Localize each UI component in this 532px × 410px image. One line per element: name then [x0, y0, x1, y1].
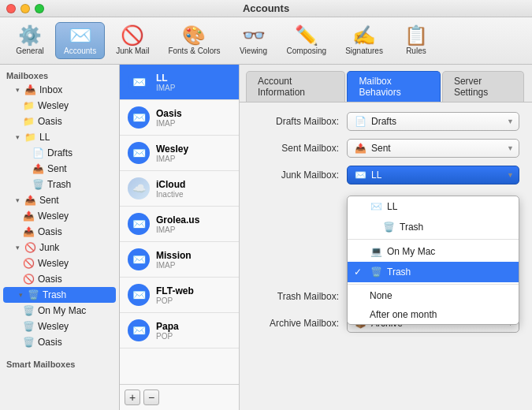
disclosure-inbox: ▾: [13, 85, 22, 95]
acct-subtitle-icloud: Inactive: [156, 190, 185, 199]
dropdown-trash-icon: 🗑️: [370, 266, 382, 278]
sidebar-item-trash-onmymac[interactable]: 🗑️ On My Mac: [0, 303, 119, 319]
sidebar-label-sent-oasis: Oasis: [38, 226, 62, 237]
remove-account-button[interactable]: −: [143, 390, 159, 405]
disclosure-sent: ▾: [13, 196, 22, 205]
acct-title-grolea: Grolea.us: [156, 214, 199, 226]
sent-label: Sent Mailbox:: [252, 143, 347, 154]
toolbar-composing[interactable]: ✏️ Composing: [279, 23, 335, 58]
acct-subtitle-grolea: IMAP: [156, 226, 199, 234]
acct-subtitle-mission: IMAP: [156, 261, 192, 270]
toolbar-rules[interactable]: 📋 Rules: [394, 23, 438, 58]
acct-title-oasis: Oasis: [156, 108, 182, 119]
composing-icon: ✏️: [295, 26, 318, 45]
sent-w-icon: 📤: [22, 210, 35, 222]
sidebar-item-trash[interactable]: ▾ 🗑️ Trash: [3, 287, 116, 303]
junk-o-icon: 🚫: [22, 273, 35, 285]
junk-select[interactable]: ✉️ LL: [347, 166, 519, 184]
sidebar-label-ll: LL: [39, 132, 50, 143]
sidebar-item-sent-oasis[interactable]: 📤 Oasis: [0, 224, 119, 240]
drafts-select[interactable]: 📄 Drafts: [347, 112, 519, 131]
toolbar-general[interactable]: ⚙️ General: [8, 23, 52, 58]
add-account-button[interactable]: +: [125, 390, 140, 405]
dropdown-divider-1: [348, 239, 519, 240]
archive-label: Archive Mailbox:: [252, 318, 347, 329]
drafts-label: Drafts Mailbox:: [252, 116, 347, 127]
acct-icon-flt: ✉️: [128, 284, 150, 306]
dropdown-item-onmymac[interactable]: 💻 On My Mac: [348, 241, 519, 262]
account-item-wesley[interactable]: ✉️ Wesley IMAP: [120, 136, 239, 171]
dropdown-mac-icon: 💻: [370, 245, 382, 258]
sidebar-label-junk-oasis: Oasis: [38, 274, 62, 285]
sidebar-item-inbox[interactable]: ▾ 📥 Inbox: [0, 82, 119, 98]
account-item-icloud[interactable]: ☁️ iCloud Inactive: [120, 171, 239, 207]
toolbar-viewing[interactable]: 👓 Viewing: [232, 23, 276, 58]
sidebar-label-inbox-oasis: Oasis: [38, 116, 62, 127]
tab-mailbox-behaviors[interactable]: Mailbox Behaviors: [347, 71, 441, 102]
sidebar-label-trash-ll: Trash: [47, 179, 71, 190]
maximize-button[interactable]: [35, 4, 44, 13]
main-area: Mailboxes ▾ 📥 Inbox 📁 Wesley 📁 Oasis ▾ 📁…: [0, 65, 532, 410]
account-item-ll[interactable]: ✉️ LL IMAP: [120, 65, 239, 100]
sidebar-item-sent-wesley[interactable]: 📤 Wesley: [0, 208, 119, 224]
drafts-select-icon: 📄: [354, 115, 366, 128]
sent-select[interactable]: 📤 Sent: [347, 139, 519, 158]
toolbar-rules-label: Rules: [406, 47, 426, 55]
trash-icon: 🗑️: [27, 289, 39, 301]
accounts-icon: ✉️: [69, 26, 92, 45]
sidebar-item-inbox-wesley[interactable]: 📁 Wesley: [0, 98, 119, 114]
acct-icon-wesley: ✉️: [128, 142, 150, 164]
sidebar-item-junk-wesley[interactable]: 🚫 Wesley: [0, 255, 119, 271]
sidebar-label-sent: Sent: [39, 195, 59, 206]
sidebar-item-junk-oasis[interactable]: 🚫 Oasis: [0, 271, 119, 287]
sidebar-item-trash-wesley[interactable]: 🗑️ Wesley: [0, 319, 119, 334]
account-item-flt[interactable]: ✉️ FLT-web POP: [120, 278, 239, 313]
smart-mailboxes-header: Smart Mailboxes: [0, 356, 119, 371]
dropdown-item-after-month[interactable]: After one month: [348, 305, 519, 324]
tab-account-info[interactable]: Account Information: [246, 71, 345, 102]
dropdown-ll-icon: ✉️: [370, 200, 382, 213]
account-item-papa[interactable]: ✉️ Papa POP: [120, 313, 239, 348]
sidebar-item-inbox-oasis[interactable]: 📁 Oasis: [0, 114, 119, 129]
dropdown-check-icon: ✓: [354, 266, 362, 278]
account-panel-buttons: + −: [120, 384, 239, 410]
sidebar-label-trash: Trash: [43, 289, 66, 300]
sidebar-item-ll[interactable]: ▾ 📁 LL: [0, 129, 119, 145]
dropdown-item-trash-ll[interactable]: 🗑️ Trash: [348, 217, 519, 237]
acct-icon-ll: ✉️: [128, 71, 150, 93]
account-item-grolea[interactable]: ✉️ Grolea.us IMAP: [120, 207, 239, 242]
sidebar-item-trash-ll[interactable]: 🗑️ Trash: [0, 177, 119, 192]
junk-icon: 🚫: [121, 26, 144, 45]
minimize-button[interactable]: [20, 4, 30, 13]
sidebar-item-drafts[interactable]: 📄 Drafts: [0, 145, 119, 161]
dropdown-month-label: After one month: [370, 309, 437, 320]
toolbar-accounts[interactable]: ✉️ Accounts: [55, 22, 105, 59]
account-item-mission[interactable]: ✉️ Mission IMAP: [120, 242, 239, 278]
toolbar-signatures-label: Signatures: [345, 47, 383, 55]
toolbar-junk[interactable]: 🚫 Junk Mail: [108, 23, 157, 58]
form-area: Drafts Mailbox: 📄 Drafts Sent Mailbox: 📤…: [240, 102, 532, 410]
acct-subtitle-papa: POP: [156, 332, 179, 341]
sidebar: Mailboxes ▾ 📥 Inbox 📁 Wesley 📁 Oasis ▾ 📁…: [0, 65, 120, 410]
toolbar-fonts[interactable]: 🎨 Fonts & Colors: [160, 23, 228, 58]
sidebar-item-sent[interactable]: ▾ 📤 Sent: [0, 192, 119, 208]
sidebar-label-sent-ll: Sent: [47, 163, 67, 174]
dropdown-item-none[interactable]: None: [348, 286, 519, 305]
sent-o-icon: 📤: [22, 226, 35, 238]
sent-icon: 📤: [24, 194, 36, 207]
close-button[interactable]: [6, 4, 16, 13]
sidebar-item-trash-oasis[interactable]: 🗑️ Oasis: [0, 334, 119, 350]
sidebar-item-junk[interactable]: ▾ 🚫 Junk: [0, 240, 119, 255]
tab-server-settings[interactable]: Server Settings: [442, 71, 524, 102]
viewing-icon: 👓: [242, 26, 266, 45]
tab-bar: Account Information Mailbox Behaviors Se…: [240, 65, 532, 102]
dropdown-ll-label: LL: [387, 201, 397, 212]
sent-ll-icon: 📤: [32, 162, 44, 175]
toolbar-signatures[interactable]: ✍️ Signatures: [337, 23, 391, 58]
dropdown-item-trash-selected[interactable]: ✓ 🗑️ Trash: [348, 262, 519, 282]
sidebar-item-sent-ll[interactable]: 📤 Sent: [0, 161, 119, 177]
dropdown-item-ll[interactable]: ✉️ LL: [348, 196, 519, 217]
sidebar-label-sent-wesley: Wesley: [38, 211, 69, 222]
account-item-oasis[interactable]: ✉️ Oasis IMAP: [120, 100, 239, 136]
sidebar-label-junk: Junk: [39, 242, 59, 253]
